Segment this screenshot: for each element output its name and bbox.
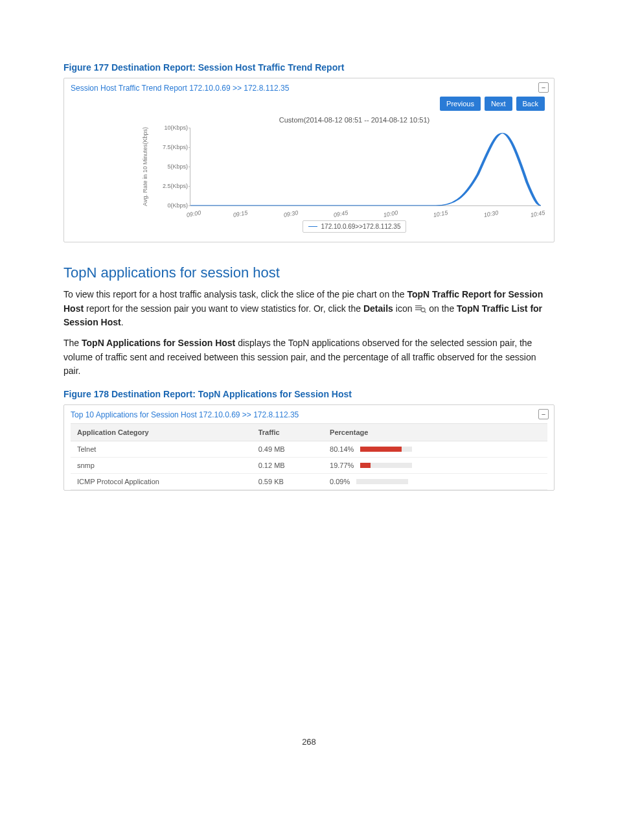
x-tick: 09:00	[186, 209, 201, 218]
x-tick: 10:30	[483, 209, 499, 218]
section-heading: TopN applications for session host	[63, 264, 555, 281]
trend-chart: Custom(2014-08-12 08:51 -- 2014-08-12 10…	[161, 116, 547, 233]
svg-rect-1	[415, 307, 422, 309]
cell-traffic: 0.59 KB	[252, 474, 323, 490]
applications-panel: Top 10 Applications for Session Host 172…	[63, 404, 555, 491]
x-tick: 10:00	[383, 209, 398, 218]
trend-report-title: Session Host Traffic Trend Report 172.10…	[71, 84, 547, 93]
y-tick: 5(Kbps)	[158, 163, 188, 170]
collapse-icon[interactable]: −	[538, 409, 549, 419]
nav-button-row: Previous Next Back	[71, 97, 545, 111]
cell-percentage: 19.77%	[323, 458, 547, 474]
text: To view this report for a host traffic a…	[63, 289, 407, 299]
chart-plot-area: Avg. Rate in 10 Minutes(Kbps) 0(Kbps) 2.…	[190, 128, 541, 206]
trend-report-panel: Session Host Traffic Trend Report 172.10…	[63, 78, 555, 242]
figure-178-caption: Figure 178 Destination Report: TopN Appl…	[63, 389, 555, 399]
cell-traffic: 0.49 MB	[252, 441, 323, 458]
applications-table: Application Category Traffic Percentage …	[71, 423, 547, 490]
applications-panel-title: Top 10 Applications for Session Host 172…	[71, 410, 547, 419]
page-number: 268	[63, 737, 555, 747]
col-traffic: Traffic	[252, 424, 323, 441]
cell-category: snmp	[71, 458, 252, 474]
next-button[interactable]: Next	[485, 97, 512, 111]
table-row: Telnet0.49 MB80.14%	[71, 441, 547, 458]
collapse-icon[interactable]: −	[538, 82, 549, 93]
details-icon	[415, 303, 426, 312]
chart-time-range: Custom(2014-08-12 08:51 -- 2014-08-12 10…	[161, 116, 547, 124]
y-tick: 2.5(Kbps)	[158, 183, 188, 189]
y-tick: 0(Kbps)	[158, 202, 188, 209]
col-percentage: Percentage	[323, 424, 547, 441]
cell-category: Telnet	[71, 441, 252, 458]
paragraph-1: To view this report for a host traffic a…	[63, 288, 555, 330]
legend-line-icon	[308, 226, 317, 227]
figure-177-caption: Figure 177 Destination Report: Session H…	[63, 62, 555, 73]
previous-button[interactable]: Previous	[440, 97, 481, 111]
y-tick: 7.5(Kbps)	[158, 144, 188, 150]
svg-rect-0	[415, 305, 422, 307]
y-tick: 10(Kbps)	[158, 124, 188, 131]
x-tick: 10:15	[433, 209, 448, 218]
col-application-category: Application Category	[71, 424, 252, 441]
table-row: ICMP Protocol Application0.59 KB0.09%	[71, 474, 547, 490]
x-tick: 09:30	[283, 209, 299, 218]
table-row: snmp0.12 MB19.77%	[71, 458, 547, 474]
text: icon	[396, 303, 415, 314]
y-axis-label: Avg. Rate in 10 Minutes(Kbps)	[142, 127, 148, 206]
text: on the	[429, 303, 457, 314]
cell-traffic: 0.12 MB	[252, 458, 323, 474]
text: report for the session pair you want to …	[86, 303, 363, 314]
text: .	[121, 317, 124, 327]
bold-text: Details	[363, 303, 393, 314]
svg-line-4	[424, 311, 426, 313]
table-header-row: Application Category Traffic Percentage	[71, 424, 547, 441]
x-tick: 09:45	[333, 209, 349, 218]
bold-text: TopN Applications for Session Host	[82, 338, 235, 348]
legend-label: 172.10.0.69>>172.8.112.35	[321, 223, 401, 230]
back-button[interactable]: Back	[516, 97, 545, 111]
chart-line	[190, 128, 541, 205]
legend-item: 172.10.0.69>>172.8.112.35	[303, 220, 407, 233]
text: The	[63, 338, 82, 348]
x-tick: 09:15	[233, 209, 248, 218]
paragraph-2: The TopN Applications for Session Host d…	[63, 336, 555, 379]
cell-category: ICMP Protocol Application	[71, 474, 252, 490]
x-tick: 10:45	[530, 209, 545, 218]
cell-percentage: 80.14%	[323, 441, 547, 458]
cell-percentage: 0.09%	[323, 474, 547, 490]
chart-legend: 172.10.0.69>>172.8.112.35	[161, 220, 547, 233]
